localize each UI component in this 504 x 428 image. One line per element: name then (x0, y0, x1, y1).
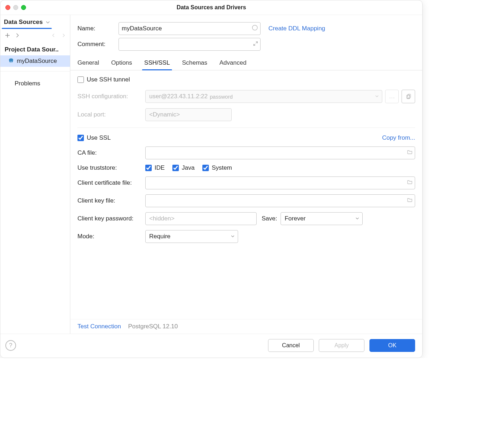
sidebar-item-datasource[interactable]: myDataSource (0, 55, 70, 67)
apply-button[interactable]: Apply (319, 339, 364, 352)
client-key-input[interactable] (145, 194, 415, 207)
tab-ssh-ssl[interactable]: SSH/SSL (144, 59, 170, 70)
svg-rect-2 (408, 94, 411, 98)
ssh-config-label: SSH configuration: (77, 93, 145, 100)
use-ssl-checkbox[interactable]: Use SSL (77, 134, 111, 141)
chevron-down-icon (355, 215, 359, 222)
comment-input[interactable] (119, 38, 261, 51)
tab-options[interactable]: Options (111, 59, 132, 70)
name-label: Name: (77, 25, 119, 32)
titlebar: Data Sources and Drivers (0, 0, 422, 15)
ssh-more-button[interactable]: … (385, 90, 399, 103)
copy-from-link[interactable]: Copy from... (382, 134, 415, 141)
truststore-java-checkbox[interactable]: Java (172, 164, 195, 171)
name-input[interactable]: myDataSource (119, 22, 261, 35)
truststore-system-checkbox[interactable]: System (202, 164, 232, 171)
use-ssh-label: Use SSH tunnel (87, 76, 130, 83)
svg-point-0 (252, 25, 257, 30)
folder-icon[interactable] (407, 179, 413, 187)
chevron-down-icon (375, 93, 379, 100)
name-value: myDataSource (122, 25, 162, 32)
save-label: Save: (262, 215, 277, 222)
sidebar-section-problems[interactable]: Problems (0, 71, 70, 89)
back-icon[interactable] (51, 33, 56, 38)
create-ddl-mapping-link[interactable]: Create DDL Mapping (268, 25, 325, 32)
add-icon[interactable] (5, 33, 10, 38)
folder-icon[interactable] (407, 149, 413, 157)
chevron-right-icon[interactable] (15, 33, 20, 38)
local-port-value: <Dynamic> (149, 111, 180, 118)
sidebar-section-header: Project Data Sour.. (0, 41, 70, 55)
local-port-input[interactable]: <Dynamic> (145, 108, 232, 121)
ssh-copy-button[interactable] (402, 90, 415, 103)
tab-schemas[interactable]: Schemas (182, 59, 207, 70)
postgres-icon (8, 58, 14, 64)
test-connection-link[interactable]: Test Connection (77, 323, 121, 330)
sidebar-item-label: myDataSource (17, 58, 57, 65)
mode-label: Mode: (77, 233, 145, 240)
color-circle-icon[interactable] (252, 25, 258, 33)
save-combo[interactable]: Forever (281, 212, 363, 225)
expand-icon[interactable] (253, 41, 258, 48)
truststore-label: Use truststore: (77, 164, 145, 171)
ssh-config-value: user@223.43.11.2:22 (149, 93, 208, 100)
folder-icon[interactable] (407, 197, 413, 205)
client-pw-placeholder: <hidden> (149, 215, 175, 222)
save-value: Forever (284, 215, 306, 222)
forward-icon[interactable] (61, 33, 66, 38)
mode-combo[interactable]: Require (145, 230, 238, 243)
client-cert-input[interactable] (145, 176, 415, 189)
local-port-label: Local port: (77, 111, 145, 118)
chevron-down-icon[interactable] (45, 19, 51, 25)
client-key-label: Client key file: (77, 197, 145, 204)
comment-label: Comment: (77, 41, 119, 48)
svg-rect-1 (407, 95, 410, 99)
sidebar-tab-data-sources[interactable]: Data Sources (4, 19, 43, 26)
tab-general[interactable]: General (77, 59, 99, 70)
mode-value: Require (149, 233, 171, 240)
chevron-down-icon (231, 233, 235, 240)
truststore-ide-checkbox[interactable]: IDE (145, 164, 165, 171)
ok-button[interactable]: OK (369, 339, 415, 352)
ca-file-input[interactable] (145, 146, 415, 159)
help-button[interactable]: ? (5, 340, 16, 351)
ssh-config-auth: password (210, 94, 233, 100)
client-cert-label: Client certificate file: (77, 179, 145, 186)
ssh-config-combo[interactable]: user@223.43.11.2:22 password (145, 90, 382, 103)
client-pw-label: Client key password: (77, 215, 145, 222)
use-ssl-label: Use SSL (87, 134, 111, 141)
ca-file-label: CA file: (77, 149, 145, 156)
client-pw-input[interactable]: <hidden> (145, 212, 257, 225)
use-ssh-checkbox[interactable]: Use SSH tunnel (77, 76, 130, 83)
tab-advanced[interactable]: Advanced (220, 59, 247, 70)
driver-version-label: PostgreSQL 12.10 (128, 323, 178, 330)
window-title: Data Sources and Drivers (0, 4, 422, 11)
cancel-button[interactable]: Cancel (268, 339, 314, 352)
